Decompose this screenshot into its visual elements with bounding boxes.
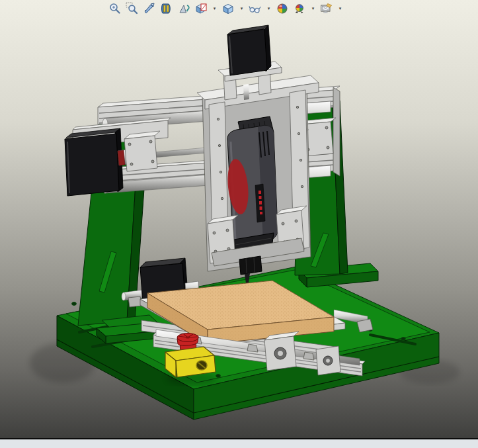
hide-show-items-button[interactable] — [249, 2, 262, 15]
view-orientation-button[interactable] — [194, 2, 208, 15]
heads-up-view-toolbar: ▾ ▾ ▾ — [108, 1, 347, 16]
status-bar — [0, 439, 478, 448]
rotate-view-button[interactable] — [177, 2, 190, 15]
apply-scene-icon — [293, 2, 306, 15]
view-orientation-dropdown-arrow[interactable]: ▾ — [212, 2, 218, 15]
graphics-area[interactable]: ▾ ▾ ▾ — [0, 0, 478, 439]
apply-scene-button[interactable] — [293, 2, 306, 15]
display-style-icon — [221, 2, 235, 15]
display-style-button[interactable] — [221, 2, 235, 15]
cad-application-window: ▾ ▾ ▾ — [0, 0, 478, 448]
section-view-button[interactable] — [160, 2, 173, 15]
cnc-machine-model[interactable] — [0, 0, 478, 438]
view-settings-button[interactable] — [320, 2, 333, 15]
edit-appearance-button[interactable] — [276, 2, 289, 15]
previous-view-icon — [143, 2, 156, 15]
view-settings-icon — [320, 2, 333, 15]
zoom-to-fit-icon — [108, 2, 122, 15]
hide-show-items-icon — [249, 2, 262, 15]
hide-show-items-dropdown-arrow[interactable]: ▾ — [266, 2, 272, 15]
zoom-to-area-button[interactable] — [126, 2, 139, 15]
zoom-to-fit-button[interactable] — [108, 2, 122, 15]
zoom-to-area-icon — [126, 2, 139, 15]
previous-view-button[interactable] — [143, 2, 156, 15]
edit-appearance-icon — [276, 2, 289, 15]
z-axis-motor[interactable] — [227, 25, 271, 75]
shaft-support-block[interactable] — [264, 332, 299, 371]
view-settings-dropdown-arrow[interactable]: ▾ — [337, 2, 343, 15]
section-view-icon — [160, 2, 173, 15]
rotate-view-icon — [177, 2, 190, 15]
view-orientation-icon — [194, 2, 208, 15]
display-style-dropdown-arrow[interactable]: ▾ — [239, 2, 245, 15]
apply-scene-dropdown-arrow[interactable]: ▾ — [310, 2, 316, 15]
shaft-support-block[interactable] — [316, 346, 340, 375]
